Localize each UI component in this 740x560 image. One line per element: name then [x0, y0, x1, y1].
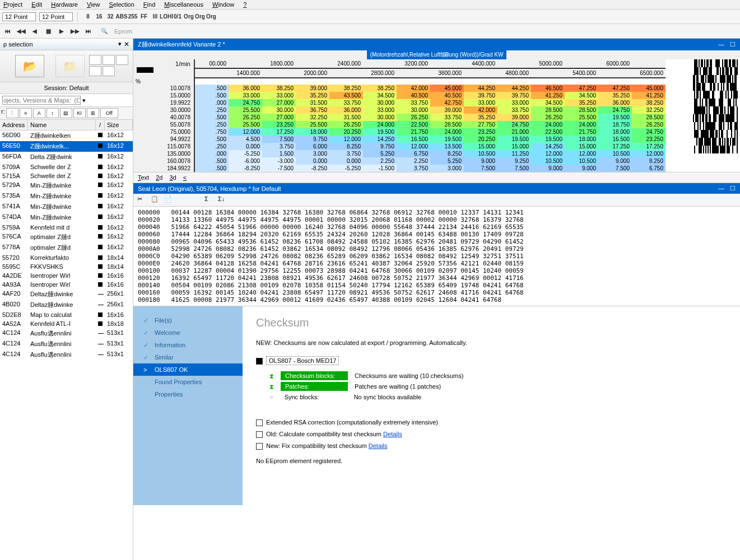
nav-fwd10-icon[interactable]: ▶▶ — [69, 26, 81, 37]
map-cell[interactable]: 45.000 — [430, 85, 464, 92]
map-cell[interactable]: 38.250 — [262, 85, 296, 92]
map-cell[interactable]: 39.750 — [464, 92, 497, 99]
map-cell[interactable]: 21.000 — [497, 128, 531, 136]
map-cell[interactable]: 30.000 — [397, 106, 430, 114]
map-cell[interactable]: .250 — [195, 121, 229, 128]
map-cell[interactable]: -8.250 — [229, 165, 262, 172]
map-row[interactable]: 56FDADelta Z腫dwink 16x12 — [0, 152, 133, 162]
map-cell[interactable]: -6.000 — [229, 157, 262, 165]
map-cell[interactable]: 35.250 — [598, 92, 632, 99]
map-cell[interactable]: 25.500 — [229, 121, 262, 128]
map-cell[interactable]: 20.250 — [329, 128, 363, 136]
map-cell[interactable]: .000 — [195, 99, 229, 106]
map-cell[interactable]: 12.000 — [531, 150, 565, 157]
map-row[interactable]: 4C124Ausflu邁ennlini 513x1 — [0, 349, 133, 360]
map-cell[interactable]: 40.500 — [430, 92, 464, 99]
nav-prev-icon[interactable]: ◀ — [29, 26, 40, 37]
sigma2-icon[interactable]: Σ↓ — [217, 195, 229, 205]
map-cell[interactable]: 7.500 — [598, 165, 632, 172]
map-cell[interactable]: 24.000 — [565, 121, 598, 128]
map-cell[interactable]: 35.250 — [296, 92, 329, 99]
map-cell[interactable]: 7.500 — [262, 136, 296, 143]
map-cell[interactable]: 25.500 — [565, 114, 598, 121]
paste-icon[interactable]: 📄 — [164, 195, 175, 205]
map-cell[interactable]: 33.000 — [497, 99, 531, 106]
map-cell[interactable]: 18.000 — [565, 136, 598, 143]
menu-hardware[interactable]: Hardware — [51, 1, 78, 8]
map-cell[interactable]: 35.250 — [565, 99, 598, 106]
map-cell[interactable]: 21.750 — [565, 128, 598, 136]
map-cell[interactable]: 15.000 — [565, 143, 598, 150]
map-cell[interactable]: .500 — [195, 136, 229, 143]
map-cell[interactable]: 14.250 — [531, 143, 565, 150]
map-cell[interactable]: 17.250 — [632, 143, 665, 150]
filter-btn-2[interactable]: ≡ — [20, 108, 32, 118]
map-cell[interactable]: 11.250 — [497, 150, 531, 157]
menu-find[interactable]: Find — [143, 1, 155, 8]
map-cell[interactable]: 24.750 — [497, 121, 531, 128]
old-checkbox[interactable] — [256, 431, 263, 438]
map-cell[interactable]: 8.250 — [430, 150, 464, 157]
nav-next-icon[interactable]: ▶ — [56, 26, 67, 37]
tb-LOHI[interactable]: LOHI — [161, 11, 172, 22]
map-cell[interactable]: 39.750 — [497, 92, 531, 99]
map-cell[interactable]: 31.500 — [329, 114, 363, 121]
map-cell[interactable]: 30.000 — [363, 99, 397, 106]
map-row[interactable]: 4B020Deltaz腫dwinke 256x1 — [0, 300, 133, 310]
map-row[interactable]: 574DAMin-Z腫dwinke 16x12 — [0, 212, 133, 223]
map-cell[interactable]: 9.750 — [363, 143, 397, 150]
map-cell[interactable]: .000 — [195, 150, 229, 157]
search-input[interactable] — [2, 96, 81, 105]
map-row[interactable]: 5715ASchwelle der Z 16x12 — [0, 171, 133, 180]
filter-btn-6[interactable]: KI — [73, 108, 86, 118]
nav-found-properties[interactable]: Found Properties — [133, 376, 243, 388]
map-cell[interactable]: 32.250 — [296, 114, 329, 121]
map-row[interactable]: 4A93AIsentroper Wirl 16x16 — [0, 280, 133, 289]
map-cell[interactable]: 42.000 — [464, 106, 497, 114]
map-cell[interactable]: 10.500 — [531, 157, 565, 165]
map-cell[interactable]: -1.500 — [363, 165, 397, 172]
map-cell[interactable]: 26.250 — [632, 121, 665, 128]
map-cell[interactable]: 5.250 — [430, 157, 464, 165]
map-cell[interactable]: .500 — [195, 165, 229, 172]
map-row[interactable]: 56D90Z腫dwinkelken 16x12 — [0, 130, 133, 141]
map-cell[interactable]: 9.000 — [565, 165, 598, 172]
map-cell[interactable]: 18.750 — [598, 121, 632, 128]
map-cell[interactable]: 6.750 — [632, 165, 665, 172]
rsa-checkbox[interactable] — [256, 419, 263, 426]
map-cell[interactable]: 45.000 — [632, 85, 665, 92]
map-cell[interactable]: 0.000 — [296, 157, 329, 165]
map-cell[interactable]: 24.750 — [632, 128, 665, 136]
menu-view[interactable]: View — [87, 1, 100, 8]
map-cell[interactable]: -5.250 — [229, 150, 262, 157]
map-cell[interactable]: .500 — [195, 157, 229, 165]
tb-FF[interactable]: FF — [138, 11, 150, 22]
map-cell[interactable]: 33.000 — [229, 92, 262, 99]
nav-welcome[interactable]: Welcome — [133, 326, 243, 339]
map-cell[interactable]: .750 — [195, 128, 229, 136]
map-cell[interactable]: 9.750 — [296, 136, 329, 143]
map-cell[interactable]: 42.750 — [430, 99, 464, 106]
map-cell[interactable]: 44.250 — [464, 85, 497, 92]
map-cell[interactable]: 35.250 — [464, 114, 497, 121]
map-cell[interactable]: 44.250 — [497, 85, 531, 92]
map-cell[interactable]: 12.000 — [397, 143, 430, 150]
filter-off-button[interactable]: Off — [100, 108, 118, 118]
map-cell[interactable]: 33.000 — [262, 92, 296, 99]
map-cell[interactable]: 26.250 — [229, 114, 262, 121]
map-cell[interactable]: 8.250 — [632, 157, 665, 165]
hex-btn-5[interactable] — [190, 195, 202, 205]
map-cell[interactable]: 1.500 — [262, 150, 296, 157]
hex-btn-4[interactable] — [177, 195, 188, 205]
map-cell[interactable]: 17.250 — [262, 128, 296, 136]
mini-btn-4[interactable] — [89, 66, 101, 76]
map-cell[interactable]: 30.000 — [262, 106, 296, 114]
map-cell[interactable]: 7.500 — [464, 165, 497, 172]
map-cell[interactable]: 38.250 — [363, 85, 397, 92]
map-tab-Text[interactable]: Text — [138, 174, 149, 181]
map-cell[interactable]: 41.250 — [632, 92, 665, 99]
hex-maximize-icon[interactable]: ☐ — [730, 185, 736, 192]
map-cell[interactable]: 12.000 — [565, 150, 598, 157]
maximize-icon[interactable]: ☐ — [730, 41, 736, 48]
map-cell[interactable]: 47.250 — [598, 85, 632, 92]
